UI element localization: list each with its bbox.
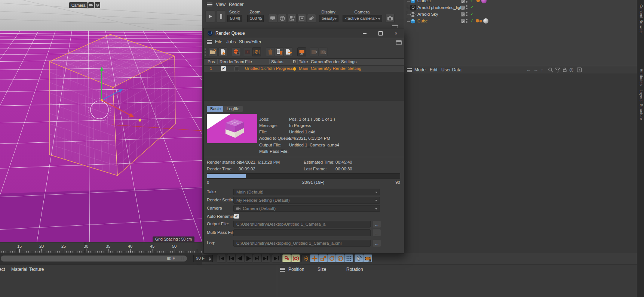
render-checkbox[interactable]: ✓ (221, 66, 226, 71)
vertex-handle-dot[interactable] (112, 86, 114, 88)
rq-menu-file[interactable]: File (215, 39, 222, 44)
maximize-button[interactable] (372, 28, 388, 38)
display-dropdown[interactable]: beauty (319, 15, 338, 22)
add-file-button[interactable] (218, 47, 227, 56)
clear-list-button[interactable] (275, 47, 284, 56)
dock-tab-content-browser[interactable]: Content Browser (639, 4, 643, 34)
object-name[interactable]: Cube.1 (417, 0, 431, 3)
team-checkbox[interactable] (234, 66, 239, 71)
material-menu-item-cut[interactable]: lect (0, 267, 5, 272)
viewport-3d[interactable]: Camera Grid Spacing : 50 cm (0, 0, 202, 242)
dock-tab-layers[interactable]: Layers (639, 90, 643, 102)
prev-frame-button[interactable] (236, 254, 244, 263)
tab-logfile[interactable]: Logfile (223, 106, 243, 112)
window-menu-icon[interactable] (207, 40, 212, 44)
material-menu-item-material[interactable]: Material (11, 267, 27, 272)
auto-renaming-checkbox[interactable]: ✓ (234, 214, 239, 219)
stepper-arrows-icon[interactable] (209, 257, 211, 261)
layer-toggle[interactable] (461, 6, 465, 10)
range-bar-grip-icon[interactable] (181, 257, 184, 260)
output-browse-button[interactable]: ... (373, 221, 381, 228)
next-key-button[interactable] (261, 254, 270, 263)
enabled-check-icon[interactable]: ✓ (470, 18, 474, 23)
stepper-arrows-icon[interactable] (260, 17, 262, 21)
enabled-check-icon[interactable]: ✓ (470, 11, 474, 16)
layout-tiles-button[interactable] (288, 14, 297, 23)
material-menu-item-texture[interactable]: Texture (29, 267, 44, 272)
show-output-button[interactable] (310, 47, 319, 56)
rq-menu-jobs[interactable]: Jobs (226, 39, 236, 44)
end-frame-field[interactable]: 90 F (193, 255, 213, 262)
camera-form-dropdown[interactable]: Camera (Default) (233, 205, 380, 212)
coordinate-menu-icon[interactable] (280, 268, 285, 272)
multipass-file-input[interactable] (233, 229, 371, 236)
stepper-arrows-icon[interactable] (238, 17, 240, 21)
menu-render[interactable]: Render (229, 2, 243, 7)
object-name[interactable]: Cube (417, 19, 428, 23)
open-picture-viewer-button[interactable] (297, 47, 306, 56)
tag-dot[interactable] (476, 19, 479, 22)
render-settings-dropdown[interactable]: My Render Setting (Default) (233, 197, 380, 204)
filter-icon[interactable] (555, 67, 560, 72)
open-file-button[interactable] (209, 47, 218, 56)
export-log-button[interactable] (284, 47, 293, 56)
window-panel-icon[interactable] (396, 40, 402, 45)
col-status[interactable]: Status (271, 59, 283, 64)
visibility-dot-editor[interactable] (466, 19, 467, 20)
col-pos[interactable]: Pos. (208, 59, 216, 64)
object-row[interactable]: Cube.1 ✓ (404, 0, 637, 4)
simulation-button[interactable] (355, 254, 363, 262)
parent-up-icon[interactable]: ↑ (541, 67, 543, 72)
new-panel-icon[interactable] (577, 67, 582, 72)
visibility-dot-editor[interactable] (466, 12, 467, 13)
col-take[interactable]: Take (299, 59, 308, 64)
object-row[interactable]: Arnold Sky ✓ (404, 11, 637, 18)
material-tag-sphere[interactable] (481, 0, 487, 3)
next-frame-button[interactable] (253, 254, 261, 263)
play-render-button[interactable] (205, 10, 215, 22)
visibility-dot-render[interactable] (466, 1, 467, 3)
zoom-spinner[interactable]: 100 % (247, 15, 264, 22)
display-monitor-button[interactable] (268, 14, 277, 23)
target-icon[interactable]: ◎ (569, 67, 573, 72)
pause-render-button[interactable] (216, 10, 226, 22)
toolbar-grip[interactable] (205, 48, 206, 56)
delete-job-button[interactable] (266, 47, 275, 56)
dock-tab-attributes[interactable]: Attributes (639, 69, 643, 86)
object-row[interactable]: Arnold photometric_light ✓ (404, 4, 637, 11)
x-axis-end-dot[interactable] (139, 119, 141, 122)
window-titlebar[interactable]: Render Queue × (204, 28, 404, 38)
playhead-line[interactable] (85, 242, 85, 253)
material-tag-sphere[interactable] (483, 18, 488, 24)
log-input[interactable]: C:\Users\Dmitry\Desktop\log_Untitled 1_C… (233, 240, 371, 247)
attr-menu-mode[interactable]: Mode (414, 67, 426, 72)
menu-view[interactable]: View (216, 2, 226, 7)
tab-basic[interactable]: Basic (207, 106, 224, 112)
layer-toggle[interactable] (461, 12, 465, 16)
rotate-tool-button[interactable] (327, 254, 336, 262)
open-output-folder-button[interactable] (319, 47, 328, 56)
snapshot-button[interactable] (386, 14, 395, 23)
wire-sphere-button[interactable] (278, 14, 287, 23)
job-row[interactable]: 1 ✓ Untitled 1.c4d In Progress Main Came… (204, 66, 404, 72)
attribute-menu-icon[interactable] (407, 68, 412, 72)
col-render-settings[interactable]: Render Settings (326, 59, 356, 64)
move-tool-button[interactable] (310, 254, 319, 262)
search-icon[interactable] (548, 67, 553, 72)
enabled-check-icon[interactable]: ✓ (470, 0, 474, 3)
col-team[interactable]: Team (234, 59, 244, 64)
record-key-button[interactable] (282, 254, 291, 262)
scale-tool-button[interactable] (319, 254, 327, 262)
close-button[interactable]: × (388, 28, 404, 38)
visibility-dot-render[interactable] (466, 15, 467, 16)
object-name[interactable]: Arnold photometric_light (417, 5, 464, 10)
lock-icon[interactable] (562, 67, 567, 72)
points-mode-button[interactable] (344, 254, 353, 262)
col-r[interactable]: R (293, 59, 296, 64)
visibility-dot-render[interactable] (466, 8, 467, 9)
minimize-button[interactable] (357, 28, 372, 38)
take-dropdown[interactable]: Main (Default) (233, 189, 380, 195)
attr-menu-userdata[interactable]: User Data (441, 67, 461, 72)
frame-region-button[interactable] (297, 14, 306, 23)
timeline-ruler[interactable]: 15 20 25 30 35 40 45 50 (0, 242, 202, 253)
